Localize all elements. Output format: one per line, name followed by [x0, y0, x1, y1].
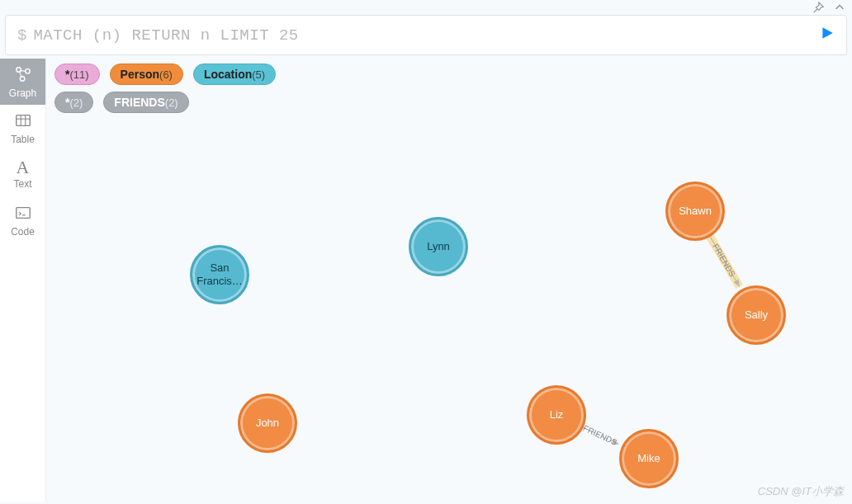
svg-rect-9 — [16, 207, 30, 218]
svg-point-0 — [16, 67, 21, 72]
tab-code-label: Code — [11, 226, 35, 238]
query-text: MATCH (n) RETURN n LIMIT 25 — [33, 26, 820, 45]
tab-text-label: Text — [13, 178, 31, 190]
graph-icon — [14, 65, 32, 86]
run-button[interactable] — [820, 26, 835, 45]
tab-graph-label: Graph — [9, 87, 36, 99]
node-label-pill-*[interactable]: *(11) — [54, 64, 100, 85]
rel-type-pill-*[interactable]: *(2) — [54, 92, 93, 113]
collapse-icon[interactable] — [834, 2, 845, 16]
text-icon: A — [17, 158, 30, 177]
query-prompt: $ — [17, 26, 26, 45]
graph-canvas[interactable]: *(11)Person(6)Location(5) *(2)FRIENDS(2)… — [46, 59, 852, 502]
node-shawn[interactable]: Shawn — [665, 181, 725, 241]
tab-table[interactable]: Table — [0, 105, 45, 151]
tab-code[interactable]: Code — [0, 197, 45, 243]
code-icon — [14, 204, 32, 224]
query-bar[interactable]: $ MATCH (n) RETURN n LIMIT 25 — [5, 15, 847, 55]
node-sanfrancisco[interactable]: San Francis… — [190, 245, 249, 304]
sidebar: Graph Table A Text Code — [0, 59, 46, 502]
edge-label-friends: FRIENDS — [580, 422, 620, 447]
svg-line-4 — [19, 71, 21, 77]
svg-point-1 — [25, 68, 30, 73]
edge-label-friends: FRIENDS — [710, 241, 738, 280]
svg-point-2 — [20, 76, 24, 81]
node-mike[interactable]: Mike — [619, 429, 679, 488]
node-label-pill-person[interactable]: Person(6) — [110, 64, 183, 85]
tab-text[interactable]: A Text — [0, 151, 45, 197]
table-icon — [14, 111, 32, 132]
node-label-row: *(11)Person(6)Location(5) — [54, 64, 844, 85]
node-label-pill-location[interactable]: Location(5) — [193, 64, 276, 85]
node-liz[interactable]: Liz — [527, 385, 586, 445]
tab-table-label: Table — [11, 134, 35, 145]
rel-type-pill-friends[interactable]: FRIENDS(2) — [103, 92, 188, 113]
node-john[interactable]: John — [238, 393, 297, 453]
rel-type-row: *(2)FRIENDS(2) — [54, 92, 844, 113]
svg-rect-5 — [16, 115, 30, 125]
node-lynn[interactable]: Lynn — [409, 217, 468, 276]
tab-graph[interactable]: Graph — [0, 59, 45, 105]
node-sally[interactable]: Sally — [727, 285, 786, 345]
pin-icon[interactable] — [812, 2, 824, 16]
